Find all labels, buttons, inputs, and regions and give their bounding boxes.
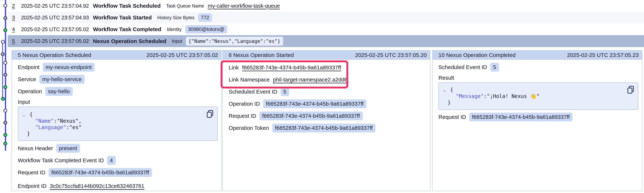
panel-title: 6 Nexus Operation Started (229, 52, 294, 58)
json-colon: : (66, 124, 69, 131)
panel-timestamp: 2025-02-25 UTC 23:57:05.23 (567, 52, 639, 58)
link-value-link[interactable]: f665283f-743e-4374-b45b-9a61a89337ff (242, 64, 341, 71)
field-scheduled-event-id: Scheduled Event ID 5 (438, 61, 638, 73)
field-endpoint-id: Endpoint ID 3c0c75ccfa8144b092c13ce63246… (18, 180, 218, 192)
request-id-badge: f665283f-743e-4374-b45b-9a61a89337ff (48, 168, 152, 177)
field-label: Operation Token (229, 125, 269, 131)
json-value: "¡Hola! Nexus 👋" (487, 93, 540, 99)
event-row-3[interactable]: 3 2025-02-25 UTC 23:57:04.93 Workflow Ta… (8, 12, 644, 23)
field-request-id: Request ID f665283f-743e-4374-b45b-9a61a… (18, 167, 218, 179)
field-link-namespace: Link Namespace phil-target-namespace2.a2… (229, 74, 426, 86)
field-label: Scheduled Event ID (438, 64, 487, 70)
field-label: Request ID (438, 114, 466, 120)
json-key: "Language" (35, 124, 66, 131)
event-id-link[interactable]: 4 (12, 26, 16, 32)
input-section-label: Input (18, 97, 218, 107)
field-label: Endpoint (18, 64, 40, 70)
json-brace: { (450, 87, 453, 93)
timeline-event-marker[interactable] (4, 17, 7, 20)
json-brace: { (30, 111, 33, 118)
event-row-4[interactable]: 4 2025-02-25 UTC 23:57:05.02 Workflow Ta… (8, 23, 644, 35)
copy-icon[interactable] (627, 86, 635, 94)
request-id-badge: f665283f-743e-4374-b45b-9a61a89337ff (260, 112, 363, 120)
event-detail-label: Task Queue Name (166, 3, 204, 8)
event-name: Workflow Task Scheduled (93, 3, 161, 9)
identity-badge: 30960@totoro@ (185, 25, 227, 33)
field-label: Link Namespace (229, 77, 270, 83)
event-row-5-selected[interactable]: 5 2025-02-25 UTC 23:57:05.02 Nexus Opera… (8, 35, 644, 47)
event-timestamp: 2025-02-25 UTC 23:57:04.93 (21, 15, 93, 21)
copy-icon[interactable] (206, 110, 214, 118)
timeline-event-marker[interactable] (1, 40, 4, 43)
timeline-event-marker[interactable] (4, 134, 7, 137)
timeline-event-marker[interactable] (4, 121, 7, 124)
event-timestamp: 2025-02-25 UTC 23:57:05.02 (21, 38, 93, 44)
timeline-event-marker[interactable] (4, 142, 7, 145)
field-service: Service my-hello-service (18, 73, 218, 85)
event-detail-label: Input (172, 38, 182, 44)
field-label: Request ID (18, 169, 45, 176)
field-label: Operation (18, 88, 42, 94)
operation-id-badge: f665283f-743e-4374-b45b-9a61a89337ff (263, 99, 366, 108)
field-request-id: Request ID f665283f-743e-4374-b45b-9a61a… (229, 110, 426, 122)
input-json-viewer: ⌄ { "Name": "Nexus", "Language": "es" } (18, 107, 218, 141)
scheduled-event-id-badge: 5 (490, 63, 499, 72)
event-name: Workflow Task Started (93, 14, 152, 21)
field-label: Request ID (229, 113, 256, 119)
event-row-2[interactable]: 2 2025-02-25 UTC 23:57:04.92 Workflow Ta… (8, 0, 644, 12)
timeline-event-marker[interactable] (4, 109, 7, 112)
endpoint-badge: my-nexus-endpoint (43, 63, 94, 72)
field-nexus-header: Nexus Header present (18, 142, 218, 154)
event-name: Workflow Task Completed (93, 26, 161, 32)
field-label: Endpoint ID (18, 183, 46, 189)
collapse-chevron-icon[interactable]: ⌄ (443, 87, 448, 93)
result-json-viewer: ⌄ { "Message": "¡Hola! Nexus 👋" } (438, 82, 638, 110)
panel-header: 10 Nexus Operation Completed 2025-02-25 … (432, 50, 642, 60)
field-scheduled-event-id: Scheduled Event ID 5 (229, 86, 426, 98)
timeline-event-marker[interactable] (4, 4, 7, 7)
panel-nexus-operation-started: 6 Nexus Operation Started 2025-02-25 UTC… (222, 50, 430, 191)
field-label: Input (18, 99, 30, 105)
field-request-id: Request ID f665283f-743e-4374-b45b-9a61a… (438, 111, 638, 123)
service-badge: my-hello-service (40, 75, 84, 84)
panel-title: 5 Nexus Operation Scheduled (18, 52, 91, 58)
timeline-event-marker[interactable] (4, 86, 7, 89)
field-label: Result (438, 75, 454, 81)
field-link: Link f665283f-743e-4374-b45b-9a61a89337f… (229, 61, 426, 74)
field-operation-id: Operation ID f665283f-743e-4374-b45b-9a6… (229, 98, 426, 110)
operation-badge: say-hello (45, 87, 72, 96)
wtce-id-badge: 4 (107, 156, 116, 165)
event-id-link[interactable]: 2 (12, 3, 16, 9)
field-label: Workflow Task Completed Event ID (18, 157, 104, 164)
field-label: Operation ID (229, 101, 260, 107)
request-id-badge: f665283f-743e-4374-b45b-9a61a89337ff (469, 113, 572, 121)
panel-title: 10 Nexus Operation Completed (438, 52, 516, 58)
event-id-link[interactable]: 3 (12, 14, 16, 21)
timeline-event-marker[interactable] (4, 61, 7, 64)
endpoint-id-link[interactable]: 3c0c75ccfa8144b092c13ce632463761 (50, 183, 144, 189)
panel-header: 6 Nexus Operation Started 2025-02-25 UTC… (223, 50, 430, 60)
field-operation-token: Operation Token f665283f-743e-4374-b45b-… (229, 122, 426, 134)
json-brace: } (27, 131, 30, 137)
json-key: "Message" (456, 93, 484, 99)
timeline-event-marker[interactable] (4, 73, 7, 76)
event-id-link[interactable]: 5 (12, 38, 16, 44)
panel-nexus-operation-scheduled: 5 Nexus Operation Scheduled 2025-02-25 U… (12, 50, 222, 191)
panel-header: 5 Nexus Operation Scheduled 2025-02-25 U… (12, 50, 221, 60)
result-section-label: Result (438, 73, 638, 82)
timeline-event-marker[interactable] (1, 97, 4, 101)
json-value: "Nexus", (57, 118, 82, 124)
task-queue-link[interactable]: my-caller-workflow-task-queue (208, 3, 280, 9)
field-wtce-id: Workflow Task Completed Event ID 4 (18, 154, 218, 167)
input-json-badge: {"Name":"Nexus","Language":"es"} (186, 37, 283, 46)
json-colon: : (54, 118, 57, 124)
event-name: Nexus Operation Scheduled (93, 38, 166, 44)
link-namespace-link[interactable]: phil-target-namespace2.a2dd6 (273, 77, 348, 83)
collapse-chevron-icon[interactable]: ⌄ (22, 111, 27, 118)
timeline-event-marker[interactable] (4, 29, 7, 32)
panel-nexus-operation-completed: 10 Nexus Operation Completed 2025-02-25 … (432, 50, 642, 191)
scheduled-event-id-badge: 5 (280, 87, 289, 96)
json-brace: } (448, 99, 451, 106)
timeline-event-marker[interactable] (1, 53, 4, 56)
event-detail-label: Identity (167, 27, 182, 32)
